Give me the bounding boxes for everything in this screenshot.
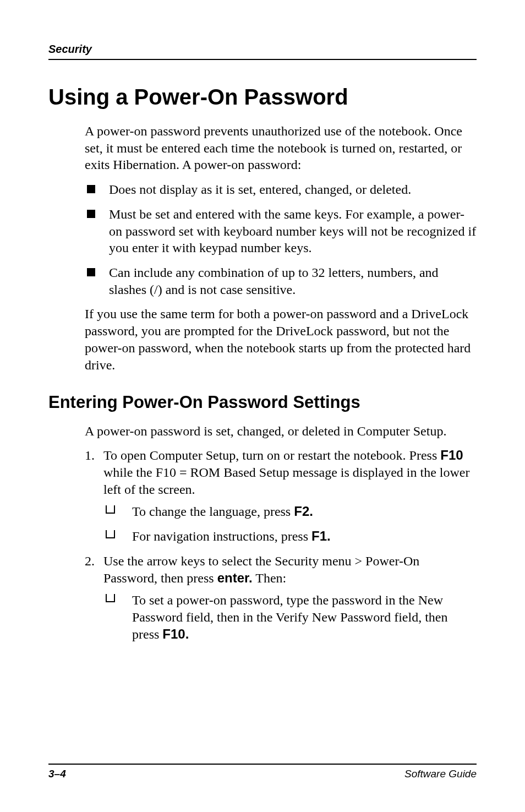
open-box-icon (106, 505, 115, 514)
sub-item: To change the language, press F2. (103, 503, 477, 520)
note-paragraph: If you use the same term for both a powe… (85, 306, 477, 373)
footer-rule (48, 764, 477, 765)
intro-paragraph: A power-on password prevents unauthorize… (85, 123, 477, 173)
sub-item: For navigation instructions, press F1. (103, 528, 477, 545)
key-label: F2. (294, 504, 313, 519)
running-header: Security (48, 43, 477, 56)
key-label: F10. (162, 626, 189, 641)
step-item: To open Computer Setup, turn on or resta… (85, 447, 477, 545)
bullet-item: Can include any combination of up to 32 … (85, 264, 477, 298)
sub-item: To set a power-on password, type the pas… (103, 592, 477, 642)
key-label: enter. (217, 570, 253, 585)
step-item: Use the arrow keys to select the Securit… (85, 553, 477, 643)
step-text: while the F10 = ROM Based Setup message … (103, 465, 469, 497)
sub-text: For navigation instructions, press (132, 529, 311, 543)
step-text: To open Computer Setup, turn on or resta… (103, 448, 440, 462)
sub-list: To change the language, press F2. For na… (103, 503, 477, 544)
bullet-item: Must be set and entered with the same ke… (85, 206, 477, 257)
open-box-icon (106, 530, 115, 538)
bullet-item: Does not display as it is set, entered, … (85, 181, 477, 198)
heading-2: Entering Power-On Password Settings (48, 392, 477, 412)
step-text: Then: (253, 571, 287, 585)
page: Security Using a Power-On Password A pow… (0, 0, 525, 812)
sub-list: To set a power-on password, type the pas… (103, 592, 477, 642)
sub-intro-paragraph: A power-on password is set, changed, or … (85, 423, 477, 440)
key-label: F10 (440, 448, 463, 462)
subsection-block: A power-on password is set, changed, or … (85, 423, 477, 643)
page-footer: 3–4 Software Guide (48, 764, 477, 780)
guide-title: Software Guide (404, 768, 477, 780)
steps-list: To open Computer Setup, turn on or resta… (85, 447, 477, 642)
page-number: 3–4 (48, 768, 66, 780)
sub-text: To change the language, press (132, 504, 294, 519)
open-box-icon (106, 594, 115, 602)
key-label: F1. (311, 528, 331, 543)
footer-row: 3–4 Software Guide (48, 768, 477, 780)
section-intro-block: A power-on password prevents unauthorize… (85, 123, 477, 373)
header-rule (48, 59, 477, 60)
feature-bullet-list: Does not display as it is set, entered, … (85, 181, 477, 298)
heading-1: Using a Power-On Password (48, 84, 477, 110)
